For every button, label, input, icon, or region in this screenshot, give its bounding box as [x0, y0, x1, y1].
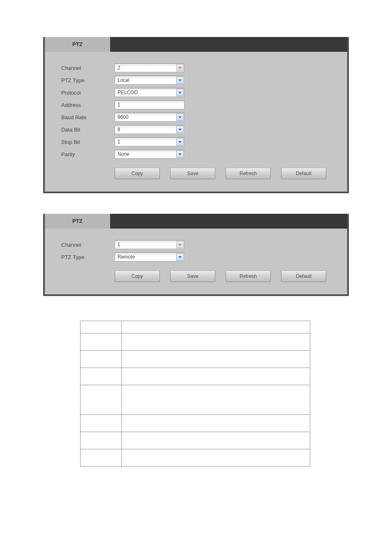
panel-body: Channel 1 PTZ Type Remote Copy Save Refr… — [45, 229, 347, 294]
chevron-down-icon[interactable] — [176, 150, 184, 158]
protocol-select[interactable]: PELCOD — [115, 88, 184, 97]
channel-select[interactable]: 2 — [115, 63, 184, 72]
label-databit: Data Bit — [61, 127, 115, 133]
chevron-down-icon — [176, 241, 184, 248]
copy-button[interactable]: Copy — [115, 271, 160, 282]
databit-value: 8 — [115, 127, 176, 132]
default-button[interactable]: Default — [281, 271, 326, 282]
table-cell — [122, 333, 310, 351]
channel-value: 1 — [115, 242, 176, 247]
chevron-down-icon[interactable] — [176, 138, 184, 146]
label-ptztype: PTZ Type — [61, 254, 115, 260]
table-cell — [122, 449, 310, 467]
baud-value: 9600 — [115, 114, 176, 120]
address-value: 1 — [115, 102, 184, 108]
table-cell — [81, 368, 122, 385]
panel-body: Channel 2 PTZ Type Local Protocol PELCOD… — [45, 52, 347, 192]
table-cell — [122, 321, 310, 333]
table-cell — [81, 449, 122, 467]
label-address: Address — [61, 102, 115, 108]
table-cell — [122, 432, 310, 449]
label-ptztype: PTZ Type — [61, 77, 115, 83]
label-stopbit: Stop Bit — [61, 139, 115, 145]
tab-ptz[interactable]: PTZ — [45, 214, 111, 229]
channel-value: 2 — [115, 65, 176, 71]
chevron-down-icon[interactable] — [176, 126, 184, 133]
ptz-panel-local: PTZ Channel 2 PTZ Type Local Protocol PE… — [43, 37, 349, 193]
databit-select[interactable]: 8 — [115, 125, 184, 134]
table-cell — [81, 351, 122, 368]
ptztype-value: Remote — [115, 254, 176, 260]
stopbit-value: 1 — [115, 139, 176, 145]
channel-select[interactable]: 1 — [115, 240, 184, 249]
chevron-down-icon — [176, 64, 184, 72]
table-cell — [81, 415, 122, 432]
refresh-button[interactable]: Refresh — [226, 271, 271, 282]
parity-value: None — [115, 151, 176, 157]
default-button[interactable]: Default — [281, 168, 326, 179]
label-parity: Parity — [61, 151, 115, 157]
label-baud: Baud Rate — [61, 114, 115, 120]
tab-bar: PTZ — [45, 37, 347, 52]
refresh-button[interactable]: Refresh — [226, 168, 271, 179]
table-cell — [81, 432, 122, 449]
baud-select[interactable]: 9600 — [115, 113, 184, 122]
chevron-down-icon[interactable] — [176, 76, 184, 84]
copy-button[interactable]: Copy — [115, 168, 160, 179]
label-channel: Channel — [61, 242, 115, 248]
table-cell — [122, 415, 310, 432]
table-cell — [81, 385, 122, 415]
label-protocol: Protocol — [61, 90, 115, 96]
tab-bar: PTZ — [45, 214, 347, 229]
table-cell — [122, 385, 310, 415]
parameter-table — [80, 321, 310, 467]
ptz-panel-remote: PTZ Channel 1 PTZ Type Remote Copy Save … — [43, 214, 349, 296]
save-button[interactable]: Save — [170, 271, 215, 282]
chevron-down-icon[interactable] — [176, 89, 184, 96]
address-input[interactable]: 1 — [115, 100, 184, 109]
tab-ptz[interactable]: PTZ — [45, 37, 111, 52]
table-cell — [122, 351, 310, 368]
ptztype-select[interactable]: Remote — [115, 252, 184, 261]
chevron-down-icon[interactable] — [176, 253, 184, 261]
table-cell — [81, 321, 122, 333]
parity-select[interactable]: None — [115, 150, 184, 159]
ptztype-select[interactable]: Local — [115, 76, 184, 85]
table-cell — [81, 333, 122, 351]
chevron-down-icon[interactable] — [176, 113, 184, 121]
stopbit-select[interactable]: 1 — [115, 137, 184, 146]
protocol-value: PELCOD — [115, 90, 176, 95]
ptztype-value: Local — [115, 77, 176, 83]
save-button[interactable]: Save — [170, 168, 215, 179]
label-channel: Channel — [61, 65, 115, 71]
table-cell — [122, 368, 310, 385]
